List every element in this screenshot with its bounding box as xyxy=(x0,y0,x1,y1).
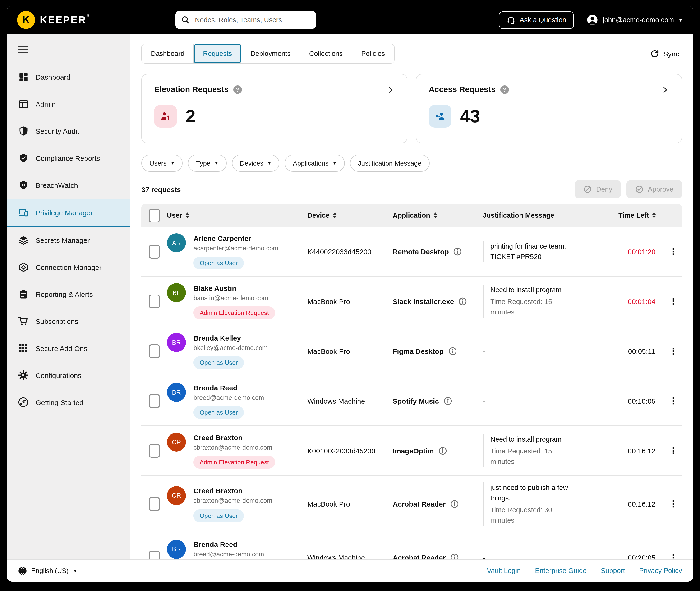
reporting-alerts-icon xyxy=(18,289,28,300)
row-checkbox[interactable] xyxy=(149,444,159,457)
column-header-device[interactable]: Device xyxy=(307,211,393,219)
footer-link-support[interactable]: Support xyxy=(601,567,625,574)
account-menu[interactable]: john@acme-demo.com ▼ xyxy=(586,14,683,26)
device-cell: K440022033d45200 xyxy=(307,247,393,255)
row-checkbox[interactable] xyxy=(149,294,159,308)
row-actions-kebab-icon[interactable]: ⋮ xyxy=(665,553,682,559)
info-icon[interactable] xyxy=(459,297,467,306)
row-actions-kebab-icon[interactable]: ⋮ xyxy=(665,396,682,405)
help-icon[interactable] xyxy=(233,85,242,94)
access-requests-card[interactable]: Access Requests 43 xyxy=(416,74,682,143)
filter-label: Devices xyxy=(240,159,264,167)
column-header-user[interactable]: User xyxy=(167,211,307,219)
sort-icon[interactable] xyxy=(652,212,656,218)
open-as-user-badge[interactable]: Open as User xyxy=(194,406,244,419)
footer-link-privacy-policy[interactable]: Privacy Policy xyxy=(639,567,682,574)
sidebar-item-privilege-manager[interactable]: Privilege Manager xyxy=(7,199,130,227)
sort-icon[interactable] xyxy=(186,212,190,218)
avatar: BR xyxy=(167,540,186,559)
tab-dashboard[interactable]: Dashboard xyxy=(142,44,194,63)
user-cell: CRCreed Braxtoncbraxton@acme-demo.comOpe… xyxy=(167,486,307,522)
time-left: 00:01:04 xyxy=(618,297,665,305)
sidebar-item-label: Connection Manager xyxy=(36,263,102,271)
global-search xyxy=(176,11,316,29)
search-input[interactable] xyxy=(194,16,310,24)
row-actions-kebab-icon[interactable]: ⋮ xyxy=(665,446,682,455)
filter-justification-message[interactable]: Justification Message xyxy=(350,155,430,172)
device-cell: MacBook Pro xyxy=(307,297,393,305)
row-checkbox[interactable] xyxy=(149,344,159,358)
info-icon[interactable] xyxy=(438,446,447,455)
admin-elevation-request-badge[interactable]: Admin Elevation Request xyxy=(194,456,275,469)
info-icon[interactable] xyxy=(443,396,452,405)
row-checkbox[interactable] xyxy=(149,551,159,559)
application-cell: Acrobat Reader xyxy=(393,553,483,559)
approve-button[interactable]: Approve xyxy=(627,180,682,198)
sort-icon[interactable] xyxy=(433,212,437,218)
time-left: 00:16:12 xyxy=(618,447,665,455)
sidebar-item-compliance-reports[interactable]: Compliance Reports xyxy=(7,145,130,172)
sidebar-item-breachwatch[interactable]: BreachWatch xyxy=(7,172,130,199)
sync-button[interactable]: Sync xyxy=(647,49,682,59)
tab-collections[interactable]: Collections xyxy=(300,44,352,63)
filter-devices[interactable]: Devices▼ xyxy=(232,155,280,172)
help-icon[interactable] xyxy=(500,85,509,94)
elevation-requests-card[interactable]: Elevation Requests 2 xyxy=(141,74,407,143)
chevron-right-icon[interactable] xyxy=(661,86,669,94)
select-all-checkbox[interactable] xyxy=(149,208,159,222)
application-name: Spotify Music xyxy=(393,397,439,405)
sidebar-item-connection-manager[interactable]: Connection Manager xyxy=(7,254,130,281)
hamburger-menu-icon[interactable] xyxy=(18,46,28,53)
sidebar-item-dashboard[interactable]: Dashboard xyxy=(7,64,130,90)
row-checkbox[interactable] xyxy=(149,497,159,511)
info-icon[interactable] xyxy=(450,553,459,559)
filter-users[interactable]: Users▼ xyxy=(141,155,183,172)
justification-message: printing for finance team, TICKET #PR520 xyxy=(490,241,576,262)
filter-applications[interactable]: Applications▼ xyxy=(285,155,345,172)
tab-requests[interactable]: Requests xyxy=(194,44,241,63)
footer-link-enterprise-guide[interactable]: Enterprise Guide xyxy=(535,567,587,574)
ask-a-question-button[interactable]: Ask a Question xyxy=(499,11,574,29)
row-actions-kebab-icon[interactable]: ⋮ xyxy=(665,247,682,256)
open-as-user-badge[interactable]: Open as User xyxy=(194,509,244,522)
user-cell: CRCreed Braxtoncbraxton@acme-demo.comAdm… xyxy=(167,433,307,469)
time-left: 00:20:05 xyxy=(618,554,665,559)
user-cell: BRBrenda Reedbreed@acme-demo.comOpen as … xyxy=(167,540,307,559)
sidebar-item-configurations[interactable]: Configurations xyxy=(7,362,130,389)
info-icon[interactable] xyxy=(453,247,462,256)
column-header-application[interactable]: Application xyxy=(393,211,483,219)
footer-link-vault-login[interactable]: Vault Login xyxy=(487,567,521,574)
tab-deployments[interactable]: Deployments xyxy=(241,44,300,63)
open-as-user-badge[interactable]: Open as User xyxy=(194,257,244,269)
tab-policies[interactable]: Policies xyxy=(352,44,394,63)
sort-icon[interactable] xyxy=(333,212,337,218)
deny-button[interactable]: Deny xyxy=(575,180,621,198)
sidebar-item-subscriptions[interactable]: Subscriptions xyxy=(7,308,130,335)
row-actions-kebab-icon[interactable]: ⋮ xyxy=(665,346,682,355)
sidebar-item-label: Getting Started xyxy=(36,398,83,406)
filter-type[interactable]: Type▼ xyxy=(188,155,227,172)
sidebar-item-reporting-alerts[interactable]: Reporting & Alerts xyxy=(7,281,130,308)
sidebar-item-label: Subscriptions xyxy=(36,317,78,325)
row-actions-kebab-icon[interactable]: ⋮ xyxy=(665,500,682,509)
row-actions-kebab-icon[interactable]: ⋮ xyxy=(665,297,682,306)
footer-links: Vault LoginEnterprise GuideSupportPrivac… xyxy=(487,567,682,574)
column-header-time-left[interactable]: Time Left xyxy=(618,211,665,219)
row-checkbox[interactable] xyxy=(149,394,159,408)
sidebar-item-secure-add-ons[interactable]: Secure Add Ons xyxy=(7,335,130,362)
open-as-user-badge[interactable]: Open as User xyxy=(194,356,244,369)
table-row: ARArlene Carpenteracarpenter@acme-demo.c… xyxy=(141,227,682,276)
application-cell: Acrobat Reader xyxy=(393,500,483,509)
application-cell: ImageOptim xyxy=(393,446,483,455)
sidebar-item-getting-started[interactable]: Getting Started xyxy=(7,389,130,416)
row-checkbox[interactable] xyxy=(149,245,159,258)
info-icon[interactable] xyxy=(450,500,459,509)
language-selector[interactable]: English (US) ▼ xyxy=(18,566,78,575)
user-email: breed@acme-demo.com xyxy=(194,394,264,401)
admin-elevation-request-badge[interactable]: Admin Elevation Request xyxy=(194,307,275,319)
sidebar-item-secrets-manager[interactable]: Secrets Manager xyxy=(7,227,130,254)
chevron-right-icon[interactable] xyxy=(387,86,395,94)
sidebar-item-security-audit[interactable]: Security Audit xyxy=(7,118,130,145)
sidebar-item-admin[interactable]: Admin xyxy=(7,90,130,118)
info-icon[interactable] xyxy=(448,346,457,355)
